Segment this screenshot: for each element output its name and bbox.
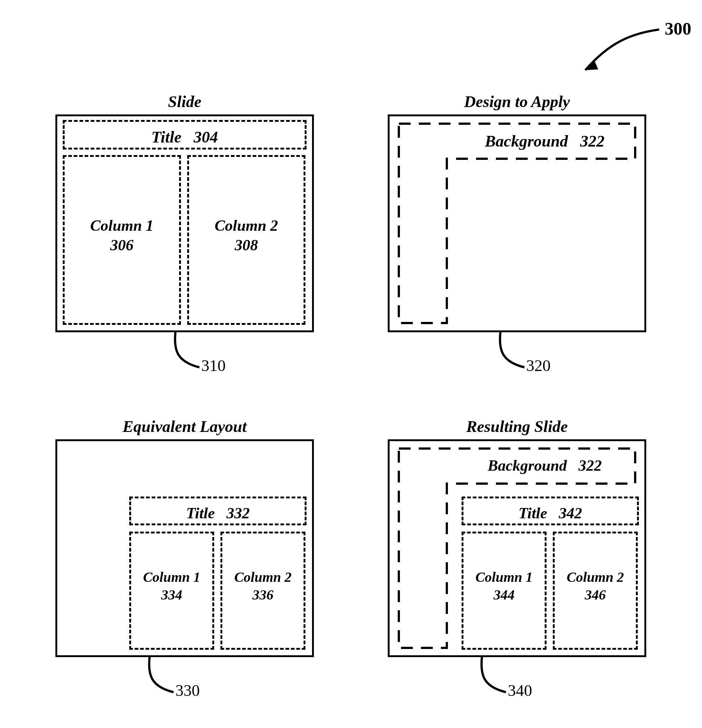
equiv-title-region: Title 332 [129, 497, 307, 525]
equiv-col1-label: Column 1 [143, 569, 200, 585]
callout-line-330 [129, 655, 181, 698]
panel-equivalent: Title 332 Column 1 334 Column 2 336 [55, 439, 314, 657]
callout-330: 330 [175, 681, 200, 700]
panel-title-equivalent: Equivalent Layout [55, 417, 314, 436]
panel-title-resulting: Resulting Slide [388, 417, 646, 436]
resulting-title-ref: 342 [559, 505, 582, 521]
equiv-title-label: Title [186, 505, 215, 521]
panel-title-slide: Slide [55, 92, 314, 111]
callout-340: 340 [508, 681, 532, 700]
figure-number: 300 [665, 19, 691, 39]
callout-line-320 [480, 331, 532, 373]
equiv-col2: Column 2 336 [220, 532, 305, 650]
resulting-col2-label: Column 2 [566, 569, 624, 585]
slide-col2-label: Column 2 [214, 217, 278, 234]
resulting-title-region: Title 342 [462, 497, 639, 525]
figure-ref-arrow [569, 22, 665, 81]
resulting-title-label: Title [518, 505, 547, 521]
equiv-col2-label: Column 2 [234, 569, 291, 585]
slide-col1-label: Column 1 [90, 217, 153, 234]
slide-col1-ref: 306 [110, 237, 134, 254]
slide-title-ref: 304 [194, 128, 218, 146]
resulting-col2: Column 2 346 [553, 532, 638, 650]
callout-310: 310 [201, 356, 226, 375]
equiv-col1-ref: 334 [161, 587, 182, 602]
callout-line-340 [462, 655, 513, 698]
equiv-col1: Column 1 334 [129, 532, 214, 650]
panel-resulting: Background 322 Title 342 Column 1 344 Co… [388, 439, 646, 657]
equiv-title-ref: 332 [226, 505, 250, 521]
panel-slide: Title 304 Column 1 306 Column 2 308 [55, 114, 314, 332]
resulting-col2-ref: 346 [585, 587, 606, 602]
panel-title-design: Design to Apply [388, 92, 646, 111]
resulting-col1-ref: 344 [494, 587, 515, 602]
panel-design: Background 322 [388, 114, 646, 332]
slide-col2-ref: 308 [235, 237, 258, 254]
resulting-bg-label: Background [488, 457, 567, 474]
slide-title-region: Title 304 [63, 120, 307, 150]
callout-line-310 [155, 331, 207, 373]
resulting-col1: Column 1 344 [462, 532, 547, 650]
slide-col2: Column 2 308 [187, 155, 305, 325]
resulting-col1-label: Column 1 [475, 569, 533, 585]
resulting-bg-ref: 322 [579, 457, 602, 474]
design-bg-ref: 322 [580, 132, 605, 150]
slide-title-label: Title [151, 128, 181, 146]
equiv-col2-ref: 336 [253, 587, 274, 602]
callout-320: 320 [526, 356, 551, 375]
design-bg-label: Background [485, 132, 568, 150]
slide-col1: Column 1 306 [63, 155, 181, 325]
